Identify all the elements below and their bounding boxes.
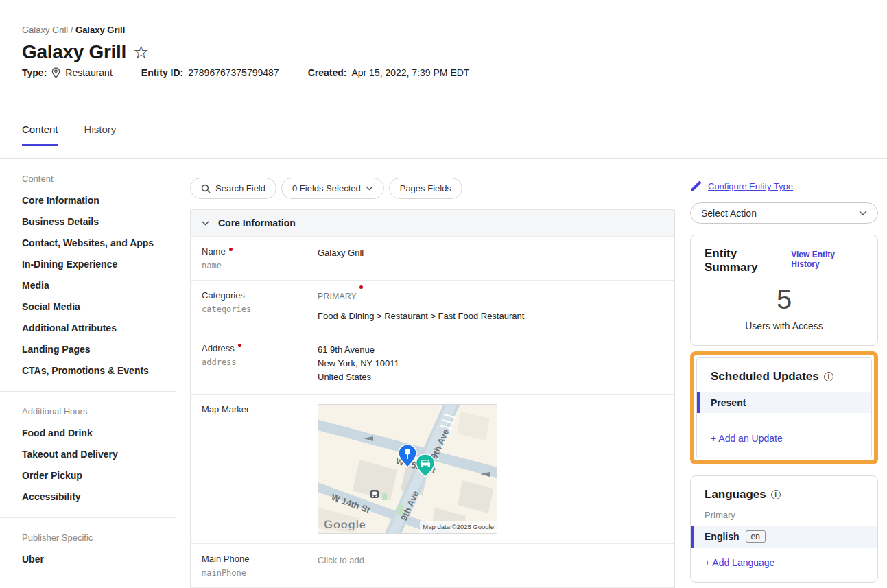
configure-entity-type-link[interactable]: Configure Entity Type (708, 181, 793, 191)
type-label: Type: (22, 67, 47, 78)
entity-summary-card: Entity Summary View Entity History 5 Use… (690, 235, 878, 346)
sidebar-item-ctas-promotions-events[interactable]: CTAs, Promotions & Events (22, 360, 176, 381)
info-icon[interactable]: i (771, 490, 781, 499)
field-label-address: Address (202, 343, 235, 353)
sidebar-item-core-information[interactable]: Core Information (22, 189, 176, 211)
field-row-categories: Categories categories PRIMARY Food & Din… (191, 280, 674, 333)
map-attribution: Map data ©2025 Google (423, 523, 494, 530)
field-toolbar: Search Field 0 Fields Selected Pages Fie… (190, 178, 675, 199)
field-label-map-marker: Map Marker (202, 404, 249, 414)
sidebar-item-accessibility[interactable]: Accessibility (22, 486, 176, 507)
collapse-chevron-icon[interactable] (202, 221, 209, 226)
pages-fields-button[interactable]: Pages Fields (389, 178, 462, 199)
fields-selected-label: 0 Fields Selected (292, 183, 361, 193)
entity-id-value: 27896767375799487 (188, 67, 279, 78)
languages-card: Languages i Primary English en + Add Lan… (690, 475, 878, 583)
map-widget[interactable]: W 15th St W 14th St 9th Ave 9th Ave (318, 404, 497, 534)
created-label: Created: (308, 67, 347, 78)
bus-stop-icon (370, 490, 379, 498)
field-label-categories: Categories (202, 290, 245, 301)
nav-section-header-additional-hours: Additional Hours (22, 406, 176, 416)
field-api-address: address (202, 357, 318, 367)
breadcrumb: Galaxy Grill / Galaxy Grill (22, 25, 125, 35)
add-update-link[interactable]: + Add an Update (711, 433, 858, 444)
nav-divider (0, 391, 176, 392)
sidebar-item-social-media[interactable]: Social Media (22, 296, 176, 317)
primary-language-label: Primary (705, 510, 864, 520)
field-row-name: Name name Galaxy Grill (191, 236, 674, 280)
sidebar-item-landing-pages[interactable]: Landing Pages (22, 338, 176, 360)
address-line-3: United States (318, 371, 399, 384)
core-information-section-header[interactable]: Core Information (191, 210, 674, 236)
entity-id-label: Entity ID: (141, 67, 183, 78)
tab-history[interactable]: History (84, 124, 117, 146)
required-dot (229, 248, 233, 251)
select-action-dropdown[interactable]: Select Action (690, 202, 878, 224)
field-row-main-phone: Main Phone mainPhone Click to add (191, 543, 674, 587)
type-value: Restaurant (65, 67, 112, 78)
field-api-main-phone: mainPhone (202, 568, 318, 578)
sidebar-item-in-dining-experience[interactable]: In-Dining Experience (22, 253, 176, 274)
pages-fields-label: Pages Fields (400, 183, 451, 193)
chevron-down-icon (859, 211, 867, 216)
sidebar-item-uber[interactable]: Uber (22, 548, 176, 569)
entity-summary-title: Entity Summary (705, 247, 791, 274)
sidebar-item-contact-websites-apps[interactable]: Contact, Websites, and Apps (22, 232, 176, 253)
sidebar-item-order-pickup[interactable]: Order Pickup (22, 464, 176, 486)
tab-bar: Content History (22, 124, 116, 146)
field-value-name[interactable]: Galaxy Grill (318, 246, 364, 270)
add-language-link[interactable]: + Add Language (705, 557, 864, 568)
categories-primary-label: PRIMARY (318, 290, 357, 303)
scheduled-update-present-label: Present (711, 397, 746, 408)
required-dot (238, 344, 241, 347)
core-information-section: Core Information Name name Galaxy Grill … (190, 209, 675, 588)
address-line-2: New York, NY 10011 (318, 357, 399, 371)
info-icon[interactable]: i (824, 372, 833, 381)
users-with-access-label: Users with Access (705, 320, 864, 331)
field-label-main-phone: Main Phone (202, 554, 249, 564)
field-row-map-marker: Map Marker (191, 394, 674, 543)
language-row-english[interactable]: English en (691, 526, 877, 548)
favorite-star-icon[interactable]: ☆ (133, 43, 149, 61)
field-value-main-phone[interactable]: Click to add (318, 554, 364, 578)
field-nav-sidebar: Content Core Information Business Detail… (0, 159, 176, 588)
nav-divider (0, 585, 176, 585)
categories-path[interactable]: Food & Dining > Restaurant > Fast Food R… (318, 309, 524, 323)
breadcrumb-current: Galaxy Grill (75, 25, 125, 35)
chevron-down-icon (366, 186, 373, 191)
view-entity-history-link[interactable]: View Entity History (791, 250, 864, 269)
right-rail: Configure Entity Type Select Action Enti… (690, 159, 878, 588)
sidebar-item-media[interactable]: Media (22, 274, 176, 296)
sidebar-item-food-and-drink[interactable]: Food and Drink (22, 422, 176, 443)
field-api-name: name (202, 261, 318, 270)
scheduled-updates-title: Scheduled Updates (711, 370, 819, 384)
pencil-icon (690, 180, 702, 192)
sidebar-item-additional-attributes[interactable]: Additional Attributes (22, 317, 176, 338)
users-with-access-count: 5 (705, 284, 864, 315)
field-row-address: Address address 61 9th Avenue New York, … (191, 333, 674, 394)
created-value: Apr 15, 2022, 7:39 PM EDT (351, 67, 469, 78)
map-image[interactable]: W 15th St W 14th St 9th Ave 9th Ave (318, 405, 497, 533)
nav-section-header-publisher-specific: Publisher Specific (22, 532, 176, 543)
sidebar-item-takeout-and-delivery[interactable]: Takeout and Delivery (22, 443, 176, 464)
search-field-button[interactable]: Search Field (190, 178, 276, 199)
field-value-address[interactable]: 61 9th Avenue New York, NY 10011 United … (318, 343, 399, 384)
nav-section-header-content: Content (22, 174, 176, 184)
field-api-categories: categories (202, 305, 318, 314)
section-title: Core Information (218, 217, 296, 228)
field-value-categories[interactable]: PRIMARY Food & Dining > Restaurant > Fas… (318, 290, 524, 323)
entity-meta: Type: Restaurant Entity ID: 278967673757… (22, 67, 469, 78)
field-label-name: Name (202, 246, 226, 257)
sidebar-item-business-details[interactable]: Business Details (22, 211, 176, 232)
scheduled-update-present-row[interactable]: Present (697, 392, 871, 413)
nav-divider (0, 517, 176, 518)
fields-selected-dropdown[interactable]: 0 Fields Selected (281, 178, 384, 199)
languages-title: Languages (705, 488, 766, 502)
header-divider (0, 99, 887, 99)
page-title: Galaxy Grill (22, 41, 126, 63)
breadcrumb-parent[interactable]: Galaxy Grill (22, 25, 68, 35)
select-action-label: Select Action (701, 208, 757, 219)
tab-content[interactable]: Content (22, 124, 58, 146)
language-code-badge: en (746, 530, 766, 543)
scheduled-updates-card: Scheduled Updates i Present + Add an Upd… (696, 357, 872, 458)
